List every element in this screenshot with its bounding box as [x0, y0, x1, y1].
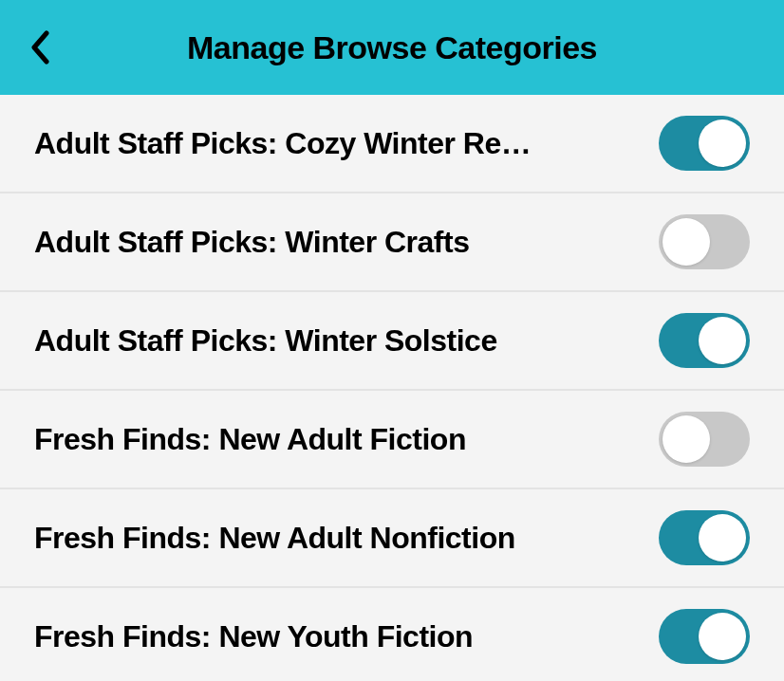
category-toggle[interactable] — [659, 412, 750, 467]
category-list: Adult Staff Picks: Cozy Winter Re… Adult… — [0, 95, 784, 681]
category-label: Adult Staff Picks: Winter Crafts — [34, 225, 469, 260]
list-item: Fresh Finds: New Youth Fiction — [0, 588, 784, 681]
back-button[interactable] — [21, 28, 59, 66]
category-toggle[interactable] — [659, 313, 750, 368]
category-toggle[interactable] — [659, 214, 750, 269]
toggle-knob — [699, 317, 746, 364]
category-label: Adult Staff Picks: Cozy Winter Re… — [34, 126, 531, 161]
category-label: Fresh Finds: New Youth Fiction — [34, 619, 473, 654]
list-item: Fresh Finds: New Adult Fiction — [0, 391, 784, 489]
page-title: Manage Browse Categories — [0, 29, 784, 66]
header-bar: Manage Browse Categories — [0, 0, 784, 95]
category-label: Fresh Finds: New Adult Fiction — [34, 422, 466, 457]
category-toggle[interactable] — [659, 609, 750, 664]
category-label: Adult Staff Picks: Winter Solstice — [34, 323, 497, 359]
chevron-left-icon — [29, 30, 50, 64]
category-toggle[interactable] — [659, 510, 750, 565]
list-item: Fresh Finds: New Adult Nonfiction — [0, 489, 784, 588]
toggle-knob — [699, 514, 746, 561]
toggle-knob — [699, 120, 746, 167]
toggle-knob — [699, 613, 746, 660]
list-item: Adult Staff Picks: Winter Solstice — [0, 292, 784, 391]
category-toggle[interactable] — [659, 116, 750, 171]
list-item: Adult Staff Picks: Winter Crafts — [0, 193, 784, 292]
category-label: Fresh Finds: New Adult Nonfiction — [34, 521, 515, 556]
toggle-knob — [663, 415, 710, 463]
toggle-knob — [663, 218, 710, 266]
list-item: Adult Staff Picks: Cozy Winter Re… — [0, 95, 784, 193]
